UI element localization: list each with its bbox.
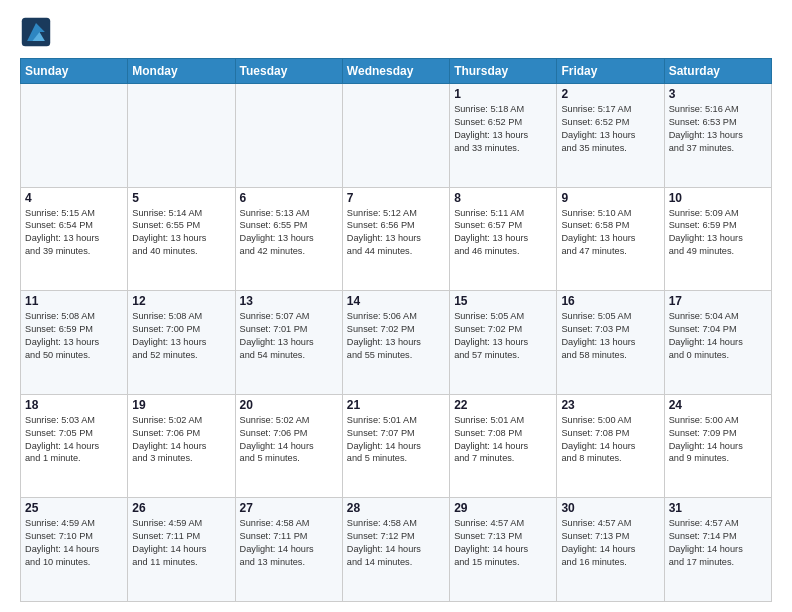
day-info: Sunrise: 4:57 AM Sunset: 7:14 PM Dayligh… xyxy=(669,517,767,569)
day-cell: 6Sunrise: 5:13 AM Sunset: 6:55 PM Daylig… xyxy=(235,187,342,291)
day-info: Sunrise: 5:01 AM Sunset: 7:08 PM Dayligh… xyxy=(454,414,552,466)
day-cell: 24Sunrise: 5:00 AM Sunset: 7:09 PM Dayli… xyxy=(664,394,771,498)
day-number: 21 xyxy=(347,398,445,412)
day-cell: 16Sunrise: 5:05 AM Sunset: 7:03 PM Dayli… xyxy=(557,291,664,395)
calendar-body: 1Sunrise: 5:18 AM Sunset: 6:52 PM Daylig… xyxy=(21,84,772,602)
day-number: 10 xyxy=(669,191,767,205)
day-number: 7 xyxy=(347,191,445,205)
weekday-header-monday: Monday xyxy=(128,59,235,84)
day-info: Sunrise: 5:08 AM Sunset: 6:59 PM Dayligh… xyxy=(25,310,123,362)
day-cell: 31Sunrise: 4:57 AM Sunset: 7:14 PM Dayli… xyxy=(664,498,771,602)
day-cell: 13Sunrise: 5:07 AM Sunset: 7:01 PM Dayli… xyxy=(235,291,342,395)
day-cell: 15Sunrise: 5:05 AM Sunset: 7:02 PM Dayli… xyxy=(450,291,557,395)
day-info: Sunrise: 5:03 AM Sunset: 7:05 PM Dayligh… xyxy=(25,414,123,466)
day-cell: 2Sunrise: 5:17 AM Sunset: 6:52 PM Daylig… xyxy=(557,84,664,188)
day-info: Sunrise: 5:09 AM Sunset: 6:59 PM Dayligh… xyxy=(669,207,767,259)
day-info: Sunrise: 5:13 AM Sunset: 6:55 PM Dayligh… xyxy=(240,207,338,259)
day-cell: 19Sunrise: 5:02 AM Sunset: 7:06 PM Dayli… xyxy=(128,394,235,498)
day-info: Sunrise: 5:01 AM Sunset: 7:07 PM Dayligh… xyxy=(347,414,445,466)
day-cell: 3Sunrise: 5:16 AM Sunset: 6:53 PM Daylig… xyxy=(664,84,771,188)
day-number: 17 xyxy=(669,294,767,308)
logo-icon xyxy=(20,16,52,48)
day-info: Sunrise: 5:17 AM Sunset: 6:52 PM Dayligh… xyxy=(561,103,659,155)
day-info: Sunrise: 5:00 AM Sunset: 7:09 PM Dayligh… xyxy=(669,414,767,466)
day-number: 26 xyxy=(132,501,230,515)
day-number: 12 xyxy=(132,294,230,308)
day-info: Sunrise: 4:57 AM Sunset: 7:13 PM Dayligh… xyxy=(454,517,552,569)
day-number: 14 xyxy=(347,294,445,308)
day-number: 27 xyxy=(240,501,338,515)
day-number: 30 xyxy=(561,501,659,515)
day-info: Sunrise: 4:59 AM Sunset: 7:11 PM Dayligh… xyxy=(132,517,230,569)
day-number: 1 xyxy=(454,87,552,101)
day-number: 2 xyxy=(561,87,659,101)
day-cell: 4Sunrise: 5:15 AM Sunset: 6:54 PM Daylig… xyxy=(21,187,128,291)
day-cell: 18Sunrise: 5:03 AM Sunset: 7:05 PM Dayli… xyxy=(21,394,128,498)
day-cell: 5Sunrise: 5:14 AM Sunset: 6:55 PM Daylig… xyxy=(128,187,235,291)
day-cell: 8Sunrise: 5:11 AM Sunset: 6:57 PM Daylig… xyxy=(450,187,557,291)
day-cell: 11Sunrise: 5:08 AM Sunset: 6:59 PM Dayli… xyxy=(21,291,128,395)
day-number: 9 xyxy=(561,191,659,205)
calendar-table: SundayMondayTuesdayWednesdayThursdayFrid… xyxy=(20,58,772,602)
day-info: Sunrise: 4:58 AM Sunset: 7:11 PM Dayligh… xyxy=(240,517,338,569)
day-number: 31 xyxy=(669,501,767,515)
day-cell: 7Sunrise: 5:12 AM Sunset: 6:56 PM Daylig… xyxy=(342,187,449,291)
day-cell: 21Sunrise: 5:01 AM Sunset: 7:07 PM Dayli… xyxy=(342,394,449,498)
calendar-header: SundayMondayTuesdayWednesdayThursdayFrid… xyxy=(21,59,772,84)
day-number: 19 xyxy=(132,398,230,412)
day-cell: 29Sunrise: 4:57 AM Sunset: 7:13 PM Dayli… xyxy=(450,498,557,602)
day-cell xyxy=(342,84,449,188)
day-info: Sunrise: 5:08 AM Sunset: 7:00 PM Dayligh… xyxy=(132,310,230,362)
day-info: Sunrise: 4:59 AM Sunset: 7:10 PM Dayligh… xyxy=(25,517,123,569)
day-cell: 23Sunrise: 5:00 AM Sunset: 7:08 PM Dayli… xyxy=(557,394,664,498)
day-number: 16 xyxy=(561,294,659,308)
day-number: 23 xyxy=(561,398,659,412)
header xyxy=(20,16,772,48)
day-info: Sunrise: 5:12 AM Sunset: 6:56 PM Dayligh… xyxy=(347,207,445,259)
day-info: Sunrise: 5:06 AM Sunset: 7:02 PM Dayligh… xyxy=(347,310,445,362)
day-cell: 30Sunrise: 4:57 AM Sunset: 7:13 PM Dayli… xyxy=(557,498,664,602)
day-cell: 20Sunrise: 5:02 AM Sunset: 7:06 PM Dayli… xyxy=(235,394,342,498)
day-info: Sunrise: 5:14 AM Sunset: 6:55 PM Dayligh… xyxy=(132,207,230,259)
day-info: Sunrise: 5:04 AM Sunset: 7:04 PM Dayligh… xyxy=(669,310,767,362)
day-number: 5 xyxy=(132,191,230,205)
weekday-header-tuesday: Tuesday xyxy=(235,59,342,84)
day-number: 15 xyxy=(454,294,552,308)
day-number: 24 xyxy=(669,398,767,412)
week-row-0: 1Sunrise: 5:18 AM Sunset: 6:52 PM Daylig… xyxy=(21,84,772,188)
weekday-header-friday: Friday xyxy=(557,59,664,84)
day-info: Sunrise: 5:07 AM Sunset: 7:01 PM Dayligh… xyxy=(240,310,338,362)
day-number: 18 xyxy=(25,398,123,412)
day-cell: 26Sunrise: 4:59 AM Sunset: 7:11 PM Dayli… xyxy=(128,498,235,602)
day-cell: 25Sunrise: 4:59 AM Sunset: 7:10 PM Dayli… xyxy=(21,498,128,602)
day-info: Sunrise: 5:10 AM Sunset: 6:58 PM Dayligh… xyxy=(561,207,659,259)
weekday-header-wednesday: Wednesday xyxy=(342,59,449,84)
day-number: 8 xyxy=(454,191,552,205)
week-row-4: 25Sunrise: 4:59 AM Sunset: 7:10 PM Dayli… xyxy=(21,498,772,602)
day-info: Sunrise: 5:05 AM Sunset: 7:02 PM Dayligh… xyxy=(454,310,552,362)
weekday-header-thursday: Thursday xyxy=(450,59,557,84)
day-number: 4 xyxy=(25,191,123,205)
day-cell xyxy=(128,84,235,188)
weekday-header-saturday: Saturday xyxy=(664,59,771,84)
day-cell: 12Sunrise: 5:08 AM Sunset: 7:00 PM Dayli… xyxy=(128,291,235,395)
day-cell xyxy=(235,84,342,188)
week-row-1: 4Sunrise: 5:15 AM Sunset: 6:54 PM Daylig… xyxy=(21,187,772,291)
day-info: Sunrise: 5:00 AM Sunset: 7:08 PM Dayligh… xyxy=(561,414,659,466)
day-info: Sunrise: 4:58 AM Sunset: 7:12 PM Dayligh… xyxy=(347,517,445,569)
day-info: Sunrise: 5:16 AM Sunset: 6:53 PM Dayligh… xyxy=(669,103,767,155)
week-row-3: 18Sunrise: 5:03 AM Sunset: 7:05 PM Dayli… xyxy=(21,394,772,498)
day-number: 28 xyxy=(347,501,445,515)
week-row-2: 11Sunrise: 5:08 AM Sunset: 6:59 PM Dayli… xyxy=(21,291,772,395)
day-number: 11 xyxy=(25,294,123,308)
day-number: 20 xyxy=(240,398,338,412)
day-info: Sunrise: 5:11 AM Sunset: 6:57 PM Dayligh… xyxy=(454,207,552,259)
day-info: Sunrise: 5:18 AM Sunset: 6:52 PM Dayligh… xyxy=(454,103,552,155)
day-cell: 1Sunrise: 5:18 AM Sunset: 6:52 PM Daylig… xyxy=(450,84,557,188)
day-cell: 22Sunrise: 5:01 AM Sunset: 7:08 PM Dayli… xyxy=(450,394,557,498)
day-cell: 27Sunrise: 4:58 AM Sunset: 7:11 PM Dayli… xyxy=(235,498,342,602)
day-number: 25 xyxy=(25,501,123,515)
day-cell xyxy=(21,84,128,188)
day-number: 22 xyxy=(454,398,552,412)
day-cell: 10Sunrise: 5:09 AM Sunset: 6:59 PM Dayli… xyxy=(664,187,771,291)
